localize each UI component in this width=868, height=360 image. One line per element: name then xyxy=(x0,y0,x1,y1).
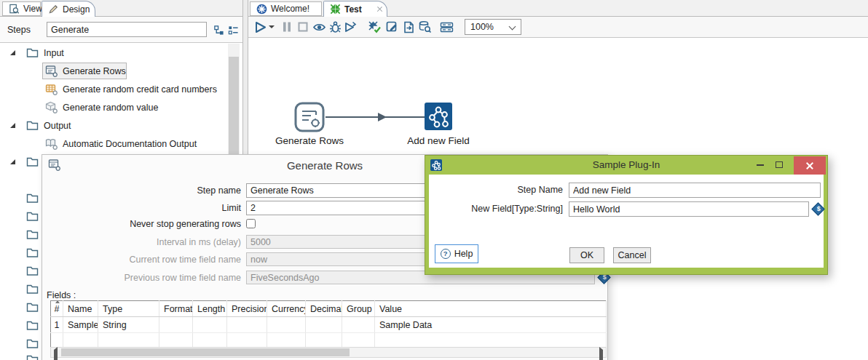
verify-transformation-icon[interactable] xyxy=(366,18,382,36)
table-cell[interactable]: String xyxy=(98,317,159,333)
close-button[interactable] xyxy=(794,156,826,175)
minimize-button[interactable] xyxy=(752,156,768,174)
help-button-label: Help xyxy=(454,249,473,259)
explore-database-icon[interactable] xyxy=(417,18,433,36)
new-field-label: New Field[Type:String] xyxy=(429,201,563,217)
folder-icon xyxy=(26,338,39,349)
column-header[interactable]: Currency xyxy=(267,301,306,317)
debug-bug-icon[interactable] xyxy=(327,18,343,36)
dialog-content: Step Name New Field[Type:String] $ ? Hel… xyxy=(429,175,824,268)
column-header[interactable]: Type xyxy=(98,301,159,317)
variable-icon[interactable]: $ xyxy=(811,202,824,215)
scroll-right-icon[interactable] xyxy=(599,350,603,360)
table-cell[interactable] xyxy=(193,317,227,333)
tree-step-random-value[interactable]: Generate random value xyxy=(0,100,227,117)
current-row-label: Current row time field name xyxy=(47,252,241,267)
run-options-caret-icon[interactable] xyxy=(267,18,276,36)
canvas-step-add-new-field[interactable] xyxy=(425,103,452,130)
chevron-down-icon xyxy=(509,23,516,31)
pause-icon[interactable] xyxy=(279,18,295,36)
run-icon[interactable] xyxy=(252,18,268,36)
cancel-button[interactable]: Cancel xyxy=(613,247,651,263)
tree-folder-label: Output xyxy=(44,121,71,131)
tab-design-label: Design xyxy=(63,4,90,15)
tree-step-credit-card[interactable]: Generate random credit card numbers xyxy=(0,81,227,99)
table-cell[interactable] xyxy=(267,317,306,333)
scrollbar-thumb[interactable] xyxy=(61,348,350,356)
expanded-arrow-icon[interactable] xyxy=(10,123,15,128)
tree-folder-input[interactable]: Input xyxy=(0,45,227,63)
steps-header: Steps xyxy=(0,17,242,43)
transformation-icon xyxy=(330,4,341,15)
tab-welcome[interactable]: Welcome! xyxy=(250,1,322,16)
close-tab-icon[interactable] xyxy=(376,6,383,12)
table-cell[interactable]: Sample Data xyxy=(375,317,607,333)
replay-icon[interactable] xyxy=(342,18,358,36)
table-cell[interactable]: Sample xyxy=(63,317,98,333)
show-results-panel-icon[interactable] xyxy=(438,18,454,36)
never-stop-checkbox[interactable] xyxy=(246,219,256,228)
scroll-left-icon[interactable] xyxy=(54,350,58,360)
dialog-titlebar[interactable]: Sample Plug-In xyxy=(425,156,827,175)
table-cell[interactable]: 1 xyxy=(51,317,63,333)
folder-icon xyxy=(26,47,39,58)
table-cell[interactable] xyxy=(342,317,375,333)
folder-icon xyxy=(26,193,39,204)
column-header[interactable]: # xyxy=(51,301,63,317)
view-icon xyxy=(9,4,20,15)
pentaho-logo-icon xyxy=(256,4,267,15)
ok-button[interactable]: OK xyxy=(569,247,604,263)
previous-row-label: Previous row time field name xyxy=(47,271,241,285)
category-view-icon-button[interactable] xyxy=(226,23,240,36)
tab-view[interactable]: View xyxy=(2,1,41,16)
tree-step-label: Generate Rows xyxy=(63,66,126,76)
tree-folder-label: Input xyxy=(44,48,64,58)
table-hscrollbar[interactable] xyxy=(50,347,607,358)
column-header[interactable]: Name xyxy=(63,301,98,317)
tree-step-auto-doc[interactable]: Automatic Documentation Output xyxy=(0,136,227,153)
interval-label: Interval in ms (delay) xyxy=(47,235,241,249)
table-header-row: # Name Type Format Length Precision Curr… xyxy=(51,301,607,317)
column-header[interactable]: Group xyxy=(342,301,375,317)
tab-welcome-label: Welcome! xyxy=(271,4,309,14)
column-header[interactable]: Length xyxy=(193,301,227,317)
generate-rows-step-icon xyxy=(293,101,326,133)
generate-sql-icon[interactable] xyxy=(401,18,417,36)
expanded-arrow-icon[interactable] xyxy=(10,159,15,164)
preview-eye-icon[interactable] xyxy=(311,18,327,36)
maximize-button[interactable] xyxy=(771,156,787,174)
column-header[interactable]: Decimal xyxy=(306,301,342,317)
folder-icon xyxy=(26,265,39,276)
steps-search-input[interactable] xyxy=(47,22,207,37)
impact-analysis-icon[interactable] xyxy=(384,18,400,36)
column-header[interactable]: Value xyxy=(375,301,607,317)
canvas-step-generate-rows[interactable] xyxy=(293,101,326,133)
column-header[interactable]: Precision xyxy=(227,301,267,317)
folder-icon xyxy=(26,247,39,258)
help-button[interactable]: ? Help xyxy=(435,244,478,263)
tree-step-label: Generate random credit card numbers xyxy=(63,84,217,95)
folder-icon xyxy=(26,320,39,331)
tab-design[interactable]: Design xyxy=(42,1,95,17)
help-icon: ? xyxy=(441,249,451,259)
tree-folder-output[interactable]: Output xyxy=(0,118,227,135)
hop-line xyxy=(326,116,425,118)
stop-icon[interactable] xyxy=(295,18,311,36)
table-cell[interactable] xyxy=(227,317,267,333)
table-cell[interactable] xyxy=(159,317,193,333)
step-name-label: Step Name xyxy=(429,183,563,198)
folder-icon xyxy=(26,156,39,167)
new-field-input[interactable] xyxy=(569,201,809,217)
zoom-level-combo[interactable]: 100% xyxy=(465,19,521,35)
column-header[interactable]: Format xyxy=(159,301,193,317)
tree-step-generate-rows[interactable]: Generate Rows xyxy=(0,63,227,81)
fields-section-label: Fields : xyxy=(47,290,76,300)
step-name-input[interactable] xyxy=(569,183,821,198)
tab-test[interactable]: Test xyxy=(323,1,387,17)
hierarchy-view-icon-button[interactable] xyxy=(212,23,225,36)
ok-button-label: OK xyxy=(580,250,593,260)
expanded-arrow-icon[interactable] xyxy=(10,50,15,55)
table-cell[interactable] xyxy=(306,317,342,333)
folder-icon xyxy=(26,284,39,295)
book-icon xyxy=(45,137,58,151)
